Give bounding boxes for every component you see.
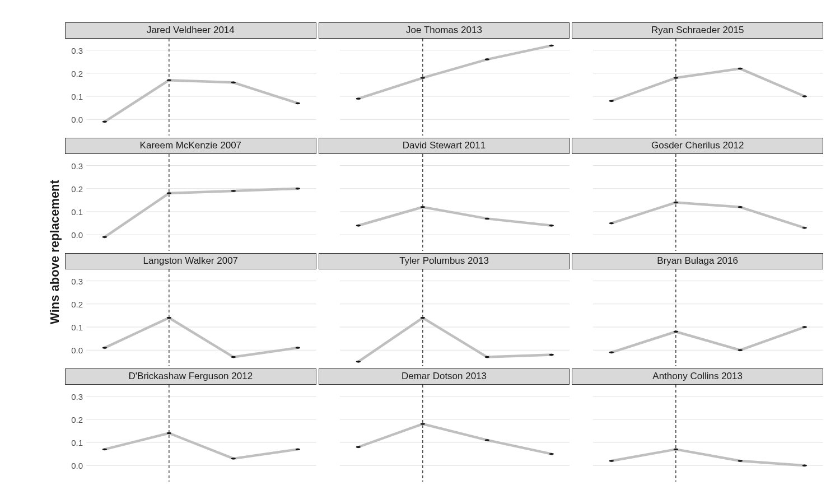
data-point — [102, 236, 107, 238]
panel: Gosder Cherilus 20120.00.10.20.3 — [572, 138, 823, 251]
series-line — [612, 327, 805, 352]
panel-title: David Stewart 2011 — [319, 138, 570, 154]
panel-title: Kareem McKenzie 2007 — [65, 138, 316, 154]
panel-body: 0.00.10.20.3 — [572, 154, 823, 251]
series-line — [612, 449, 805, 465]
series-line — [358, 207, 552, 226]
panel: Jared Veldheer 20140.00.10.20.3 — [65, 22, 316, 136]
series-line — [612, 202, 805, 227]
data-point — [296, 188, 300, 189]
data-point — [231, 81, 236, 83]
panel: Bryan Bulaga 20160.00.10.20.3 — [572, 253, 823, 366]
y-tick-label: 0.3 — [71, 46, 83, 54]
data-point — [420, 423, 424, 424]
data-point — [167, 432, 171, 434]
y-tick-column: 0.00.10.20.3 — [65, 39, 86, 136]
y-tick-label: 0.2 — [71, 69, 83, 77]
data-point — [484, 356, 489, 358]
panel-svg — [593, 269, 823, 366]
plot-area — [593, 269, 823, 366]
y-tick-label: 0.0 — [71, 461, 83, 470]
data-point — [549, 354, 553, 356]
panel-svg — [86, 154, 316, 251]
plot-area — [593, 385, 823, 482]
panel-svg — [340, 154, 570, 251]
data-point — [802, 95, 807, 97]
data-point — [356, 97, 360, 99]
series-line — [105, 318, 298, 357]
panel-body: 0.00.10.20.3 — [65, 269, 316, 366]
panel: Joe Thomas 20130.00.10.20.3 — [319, 22, 570, 136]
series-line — [358, 424, 552, 454]
data-point — [484, 218, 489, 220]
data-point — [484, 439, 489, 441]
panel-title: Demar Dotson 2013 — [319, 368, 570, 385]
chart-page: Wins above replacement Jared Veldheer 20… — [0, 0, 840, 504]
panel: David Stewart 20110.00.10.20.3 — [319, 138, 570, 251]
panel: Tyler Polumbus 20130.00.10.20.3 — [319, 253, 570, 366]
y-tick-label: 0.0 — [71, 346, 83, 354]
data-point — [102, 121, 107, 123]
y-tick-label: 0.3 — [71, 161, 83, 170]
data-point — [102, 347, 107, 348]
y-tick-label: 0.2 — [71, 184, 83, 193]
panel-title: D'Brickashaw Ferguson 2012 — [65, 368, 316, 385]
panel-svg — [340, 39, 570, 136]
panel-title: Langston Walker 2007 — [65, 253, 316, 269]
plot-area — [340, 269, 570, 366]
plot-area — [340, 385, 570, 482]
y-tick-label: 0.3 — [71, 277, 83, 285]
panel-body: 0.00.10.20.3 — [572, 269, 823, 366]
y-tick-label: 0.1 — [71, 323, 83, 331]
panel: Anthony Collins 20130.00.10.20.3 — [572, 368, 823, 482]
data-point — [420, 206, 424, 208]
y-tick-label: 0.3 — [71, 392, 83, 400]
panel-title: Gosder Cherilus 2012 — [572, 138, 823, 154]
panel-svg — [86, 385, 316, 482]
data-point — [674, 77, 678, 78]
series-line — [105, 189, 298, 237]
data-point — [674, 202, 678, 203]
series-line — [612, 69, 805, 101]
data-point — [420, 77, 424, 78]
panel-svg — [593, 39, 823, 136]
plot-area — [340, 39, 570, 136]
panel-body: 0.00.10.20.3 — [319, 269, 570, 366]
panel-body: 0.00.10.20.3 — [319, 154, 570, 251]
data-point — [609, 460, 614, 461]
plot-area — [86, 39, 316, 136]
y-tick-column: 0.00.10.20.3 — [65, 269, 86, 366]
panel-body: 0.00.10.20.3 — [572, 39, 823, 136]
data-point — [231, 458, 236, 459]
panel-title: Tyler Polumbus 2013 — [319, 253, 570, 269]
panel-svg — [86, 269, 316, 366]
data-point — [549, 225, 553, 226]
panel-title: Jared Veldheer 2014 — [65, 22, 316, 39]
y-tick-label: 0.2 — [71, 300, 83, 308]
data-point — [738, 68, 743, 69]
panel-svg — [86, 39, 316, 136]
data-point — [674, 330, 678, 332]
panel: Demar Dotson 20130.00.10.20.3 — [319, 368, 570, 482]
data-point — [738, 349, 743, 351]
data-point — [356, 361, 360, 362]
data-point — [484, 58, 489, 60]
data-point — [609, 352, 614, 353]
panel: Langston Walker 20070.00.10.20.3 — [65, 253, 316, 366]
panel-svg — [593, 385, 823, 482]
data-point — [549, 453, 553, 455]
panel: Ryan Schraeder 20150.00.10.20.3 — [572, 22, 823, 136]
panel: Kareem McKenzie 20070.00.10.20.3 — [65, 138, 316, 251]
panel-svg — [340, 385, 570, 482]
plot-area — [340, 154, 570, 251]
data-point — [231, 190, 236, 192]
panel-svg — [340, 269, 570, 366]
plot-area — [86, 385, 316, 482]
plot-area — [86, 269, 316, 366]
panel-body: 0.00.10.20.3 — [65, 385, 316, 482]
panel-body: 0.00.10.20.3 — [319, 385, 570, 482]
data-point — [738, 206, 743, 208]
y-tick-label: 0.1 — [71, 92, 83, 100]
y-tick-label: 0.0 — [71, 115, 83, 124]
data-point — [420, 317, 424, 319]
